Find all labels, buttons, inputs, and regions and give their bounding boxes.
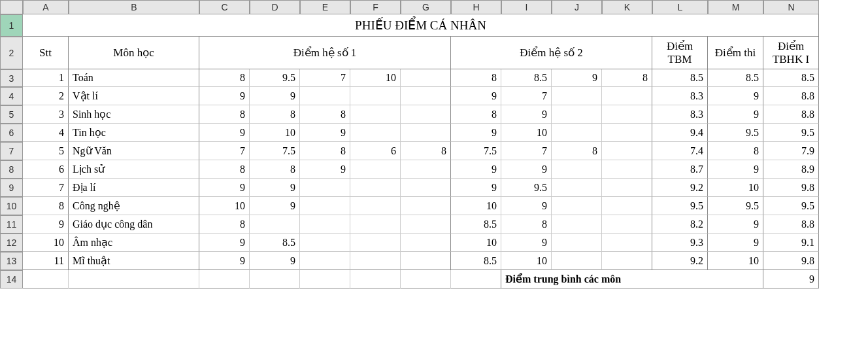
- cell-i[interactable]: 8.5: [501, 69, 552, 87]
- cell-empty[interactable]: [23, 270, 69, 288]
- cell-c[interactable]: 9: [199, 124, 250, 142]
- cell-tbm[interactable]: 9.4: [652, 124, 708, 142]
- cell-tbm[interactable]: 8.3: [652, 105, 708, 124]
- cell-stt[interactable]: 2: [23, 87, 69, 105]
- cell-e[interactable]: [300, 215, 350, 234]
- cell-thi[interactable]: 9: [708, 234, 763, 252]
- cell-tbm[interactable]: 8.7: [652, 160, 708, 179]
- cell-g[interactable]: [401, 179, 451, 197]
- cell-e[interactable]: 8: [300, 142, 350, 160]
- row-header-14[interactable]: 14: [0, 270, 23, 288]
- cell-h[interactable]: 8.5: [451, 252, 501, 270]
- cell-empty[interactable]: [69, 270, 199, 288]
- cell-f[interactable]: [350, 197, 401, 215]
- cell-f[interactable]: [350, 105, 401, 124]
- cell-stt[interactable]: 7: [23, 179, 69, 197]
- cell-i[interactable]: 9: [501, 234, 552, 252]
- cell-d[interactable]: 9: [250, 197, 300, 215]
- cell-e[interactable]: [300, 252, 350, 270]
- cell-empty[interactable]: [300, 270, 350, 288]
- cell-stt[interactable]: 8: [23, 197, 69, 215]
- row-header-8[interactable]: 8: [0, 160, 23, 179]
- cell-thi[interactable]: 10: [708, 179, 763, 197]
- cell-d[interactable]: 7.5: [250, 142, 300, 160]
- cell-f[interactable]: [350, 234, 401, 252]
- row-header-2[interactable]: 2: [0, 37, 23, 69]
- cell-stt[interactable]: 4: [23, 124, 69, 142]
- cell-k[interactable]: [602, 234, 652, 252]
- row-header-5[interactable]: 5: [0, 105, 23, 124]
- cell-tbhk[interactable]: 8.8: [763, 105, 819, 124]
- cell-stt[interactable]: 6: [23, 160, 69, 179]
- row-header-3[interactable]: 3: [0, 69, 23, 87]
- cell-thi[interactable]: 9: [708, 105, 763, 124]
- cell-empty[interactable]: [451, 270, 501, 288]
- cell-tbhk[interactable]: 9.5: [763, 197, 819, 215]
- cell-g[interactable]: 8: [401, 142, 451, 160]
- cell-empty[interactable]: [401, 270, 451, 288]
- cell-f[interactable]: 10: [350, 69, 401, 87]
- cell-h[interactable]: 9: [451, 124, 501, 142]
- col-header-I[interactable]: I: [501, 0, 552, 14]
- cell-i[interactable]: 9: [501, 197, 552, 215]
- cell-stt[interactable]: 10: [23, 234, 69, 252]
- cell-c[interactable]: 8: [199, 69, 250, 87]
- cell-i[interactable]: 9: [501, 160, 552, 179]
- cell-g[interactable]: [401, 197, 451, 215]
- cell-thi[interactable]: 8: [708, 142, 763, 160]
- cell-thi[interactable]: 10: [708, 252, 763, 270]
- cell-mon[interactable]: Ngữ Văn: [69, 142, 199, 160]
- cell-thi[interactable]: 9: [708, 215, 763, 234]
- cell-tbm[interactable]: 8.2: [652, 215, 708, 234]
- row-header-9[interactable]: 9: [0, 179, 23, 197]
- cell-tbm[interactable]: 7.4: [652, 142, 708, 160]
- cell-g[interactable]: [401, 69, 451, 87]
- cell-e[interactable]: [300, 234, 350, 252]
- cell-tbhk[interactable]: 7.9: [763, 142, 819, 160]
- col-header-E[interactable]: E: [300, 0, 350, 14]
- cell-tbhk[interactable]: 8.8: [763, 87, 819, 105]
- col-header-N[interactable]: N: [763, 0, 819, 14]
- cell-tbhk[interactable]: 9.5: [763, 124, 819, 142]
- cell-empty[interactable]: [350, 270, 401, 288]
- cell-k[interactable]: [602, 252, 652, 270]
- cell-i[interactable]: 7: [501, 142, 552, 160]
- row-header-6[interactable]: 6: [0, 124, 23, 142]
- cell-k[interactable]: [602, 160, 652, 179]
- cell-f[interactable]: [350, 179, 401, 197]
- cell-stt[interactable]: 1: [23, 69, 69, 87]
- cell-k[interactable]: 8: [602, 69, 652, 87]
- cell-c[interactable]: 8: [199, 215, 250, 234]
- cell-mon[interactable]: Giáo dục công dân: [69, 215, 199, 234]
- corner-cell[interactable]: [0, 0, 23, 14]
- cell-c[interactable]: 10: [199, 197, 250, 215]
- cell-k[interactable]: [602, 197, 652, 215]
- cell-k[interactable]: [602, 215, 652, 234]
- cell-i[interactable]: 9.5: [501, 179, 552, 197]
- cell-stt[interactable]: 11: [23, 252, 69, 270]
- cell-i[interactable]: 10: [501, 124, 552, 142]
- cell-j[interactable]: [552, 197, 602, 215]
- cell-tbhk[interactable]: 9.1: [763, 234, 819, 252]
- cell-h[interactable]: 9: [451, 87, 501, 105]
- header-hs1[interactable]: Điểm hệ số 1: [199, 37, 451, 69]
- cell-f[interactable]: 6: [350, 142, 401, 160]
- cell-j[interactable]: [552, 234, 602, 252]
- row-header-4[interactable]: 4: [0, 87, 23, 105]
- cell-thi[interactable]: 9.5: [708, 197, 763, 215]
- cell-k[interactable]: [602, 124, 652, 142]
- cell-c[interactable]: 8: [199, 160, 250, 179]
- cell-d[interactable]: 9: [250, 179, 300, 197]
- cell-d[interactable]: 10: [250, 124, 300, 142]
- cell-tbm[interactable]: 8.3: [652, 87, 708, 105]
- cell-c[interactable]: 9: [199, 234, 250, 252]
- cell-h[interactable]: 8.5: [451, 215, 501, 234]
- cell-k[interactable]: [602, 179, 652, 197]
- cell-e[interactable]: [300, 179, 350, 197]
- col-header-B[interactable]: B: [69, 0, 199, 14]
- cell-tbm[interactable]: 8.5: [652, 69, 708, 87]
- cell-g[interactable]: [401, 160, 451, 179]
- cell-j[interactable]: 9: [552, 69, 602, 87]
- cell-e[interactable]: [300, 197, 350, 215]
- cell-f[interactable]: [350, 215, 401, 234]
